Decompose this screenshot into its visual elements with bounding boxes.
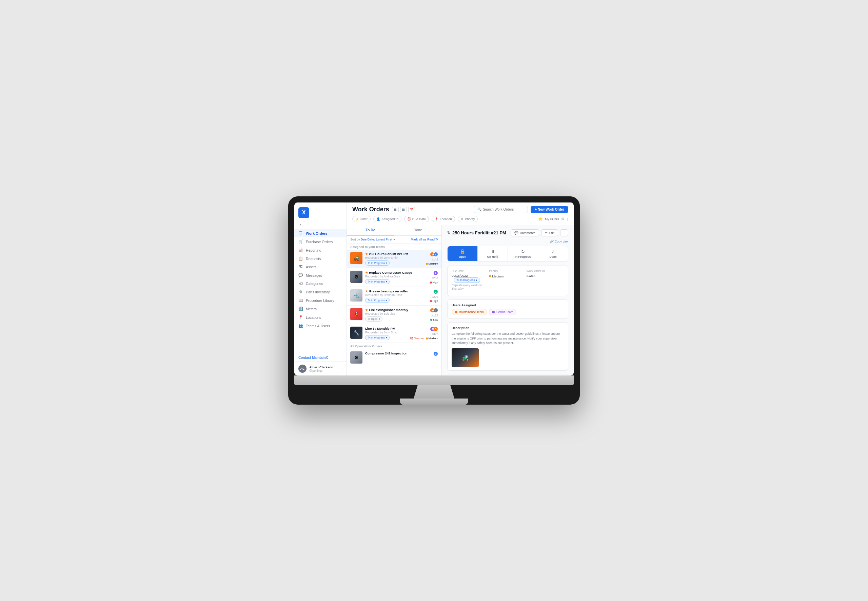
user-profile[interactable]: AC Albert Clarkson @Settings › xyxy=(294,362,347,375)
assigned-to-filter[interactable]: 👤 Assigned to xyxy=(373,216,402,222)
user-role: @Settings xyxy=(309,369,339,372)
comments-button[interactable]: 💬 Comments xyxy=(511,229,539,236)
contact-maintainx[interactable]: Contact MaintainX xyxy=(294,354,347,362)
work-orders-icon: ☰ xyxy=(298,231,303,235)
detail-title: ↻ 250 Hours Forklift #21 PM xyxy=(447,230,506,235)
sidebar-item-meters[interactable]: 🔢 Meters xyxy=(294,305,347,313)
calendar-view-icon[interactable]: 📅 xyxy=(408,207,415,212)
sidebar-item-locations[interactable]: 📍 Locations xyxy=(294,313,347,322)
wo-thumb-inner: ⚙ xyxy=(350,271,362,283)
my-filters-label[interactable]: My Filters xyxy=(545,217,559,221)
avatar: AC xyxy=(298,365,306,373)
section-all-label: All Open Work Orders xyxy=(347,343,442,349)
avatar: S xyxy=(433,326,438,331)
sidebar-item-parts-inventory[interactable]: ⚙ Parts Inventory xyxy=(294,288,347,296)
teams-icon: 👥 xyxy=(298,323,303,328)
detail-title-text: 250 Hours Forklift #21 PM xyxy=(452,230,506,235)
list-item[interactable]: 🔧 Line 5a Monthly PM Requested by John S… xyxy=(347,324,442,343)
user-name: Albert Clarkson xyxy=(309,365,339,369)
list-item[interactable]: ⚙ ★ Replace Compressor Gauge Requested b… xyxy=(347,268,442,287)
sync-icon: ↻ xyxy=(367,261,370,265)
wo-avatars: A xyxy=(434,271,438,275)
requests-icon: 📋 xyxy=(298,256,303,261)
priority-dot xyxy=(426,263,428,265)
team-dot xyxy=(492,311,495,313)
sidebar-item-messages[interactable]: 💬 Messages xyxy=(294,271,347,279)
mark-all-label: Mark all as Read xyxy=(411,238,435,241)
wo-thumbnail: ⚙ xyxy=(350,271,362,283)
export-icon[interactable]: ↑ xyxy=(566,217,569,221)
sort-value[interactable]: Due Date: Latest First ▾ xyxy=(361,238,395,241)
sidebar-item-label: Purchase Orders xyxy=(306,240,333,244)
wo-status-row: ↻ In Progress ▾ xyxy=(365,335,407,340)
wo-thumbnail: 🔩 xyxy=(350,289,362,302)
tab-on-hold[interactable]: ⏸ On Hold xyxy=(478,246,508,261)
team-badge-maintenance[interactable]: Maintainance Team xyxy=(452,309,487,315)
star-icon: ★ xyxy=(365,290,368,293)
location-icon: 📍 xyxy=(435,217,439,221)
sort-bar: Sort by Due Date: Latest First ▾ Mark al… xyxy=(347,236,442,244)
search-box[interactable]: 🔍 xyxy=(474,206,528,213)
list-view-icon[interactable]: ▤ xyxy=(400,207,407,212)
sidebar-item-work-orders[interactable]: ☰ Work Orders xyxy=(294,229,347,237)
overdue-badge: ⏰ Overdue xyxy=(410,337,425,340)
sidebar-item-requests[interactable]: 📋 Requests xyxy=(294,255,347,263)
due-date-filter[interactable]: ⏰ Due Date xyxy=(404,216,429,222)
priority-dot xyxy=(426,337,428,340)
edit-button[interactable]: ✏ Edit xyxy=(541,229,558,236)
main-content: Work Orders ⊞ ▤ 📅 🔍 xyxy=(347,203,574,375)
tab-todo[interactable]: To Do xyxy=(347,225,394,235)
tab-done[interactable]: Done xyxy=(394,225,442,235)
wo-thumbnail: 🔧 xyxy=(350,326,362,339)
sidebar-item-reporting[interactable]: 📊 Reporting xyxy=(294,246,347,255)
location-filter[interactable]: 📍 Location xyxy=(432,216,455,222)
status-badge[interactable]: ⊙ Open ▾ xyxy=(365,316,382,322)
my-filters-icon[interactable]: ⭐ xyxy=(538,217,543,221)
search-input[interactable] xyxy=(483,207,524,211)
status-badge[interactable]: ↻ In Progress ▾ xyxy=(365,298,390,303)
wo-avatars: B xyxy=(434,289,438,294)
filter-button[interactable]: ⚡ Filter xyxy=(352,216,371,222)
wo-thumbnail: 🚜 xyxy=(350,252,362,264)
sidebar-item-categories[interactable]: 🏷 Categories xyxy=(294,279,347,288)
sidebar: X ▾ ☰ Work Orders 🛒 Purchase Orders xyxy=(294,203,347,375)
team-badge-electric[interactable]: Electric Team xyxy=(489,309,516,315)
priority-badge: High xyxy=(430,281,438,284)
status-badge[interactable]: ↻ In Progress ▾ xyxy=(365,261,390,265)
list-item[interactable]: 🚜 ★ 250 Hours Forklift #21 PM Requested … xyxy=(347,250,442,268)
wo-right: B #209 High xyxy=(430,289,438,302)
filter-row: ⚡ Filter 👤 Assigned to ⏰ Due Date 📍 xyxy=(352,216,568,225)
sidebar-item-teams-users[interactable]: 👥 Teams & Users xyxy=(294,322,347,330)
tab-done[interactable]: ✓ Done xyxy=(538,246,568,261)
pause-icon: ⏸ xyxy=(490,249,495,254)
new-work-order-button[interactable]: + New Work Order xyxy=(531,206,568,213)
mark-all-read[interactable]: Mark all as Read ↻ xyxy=(411,238,438,241)
grid-view-icon[interactable]: ⊞ xyxy=(392,207,399,212)
more-button[interactable]: ⋮ xyxy=(560,229,568,236)
list-item[interactable]: ⚙ Compressor 242 Inspection C xyxy=(347,349,442,366)
sidebar-item-purchase-orders[interactable]: 🛒 Purchase Orders xyxy=(294,237,347,246)
list-item[interactable]: 🔩 ★ Grease bearings on roller Requested … xyxy=(347,287,442,306)
tab-in-progress[interactable]: ↻ In Progress xyxy=(508,246,538,261)
sidebar-item-assets[interactable]: 🏗 Assets xyxy=(294,263,347,271)
monitor-chin xyxy=(294,375,574,385)
priority-filter[interactable]: ⊕ Priority xyxy=(458,216,478,222)
sidebar-item-procedure-library[interactable]: 📖 Procedure Library xyxy=(294,296,347,305)
tab-open[interactable]: 🔓 Open xyxy=(448,246,478,261)
wo-title: ★ Grease bearings on roller xyxy=(365,289,427,293)
priority-badge: High xyxy=(430,299,438,302)
org-selector[interactable]: ▾ xyxy=(294,221,347,228)
wo-id-value: #1234 xyxy=(527,274,564,278)
priority-dot xyxy=(430,300,432,302)
copy-link[interactable]: 🔗 Copy Link xyxy=(447,240,568,243)
monitor-stand-top xyxy=(414,385,454,398)
wo-right: B L #125 Low xyxy=(430,308,438,321)
sidebar-logo-area: X xyxy=(294,203,347,221)
procedure-icon: 📖 xyxy=(298,298,303,302)
settings-icon[interactable]: ⚙ xyxy=(561,217,565,221)
status-badge[interactable]: ↻ In Progress ▾ xyxy=(365,335,390,340)
status-pill[interactable]: ↻ In Progress ▾ xyxy=(454,278,480,283)
meta-wo-id: Work Order ID #1234 xyxy=(527,269,564,290)
list-item[interactable]: 🧯 ★ Fire extinguisher monthly Requested … xyxy=(347,306,442,324)
status-badge[interactable]: ↻ In Progress ▾ xyxy=(365,279,390,284)
